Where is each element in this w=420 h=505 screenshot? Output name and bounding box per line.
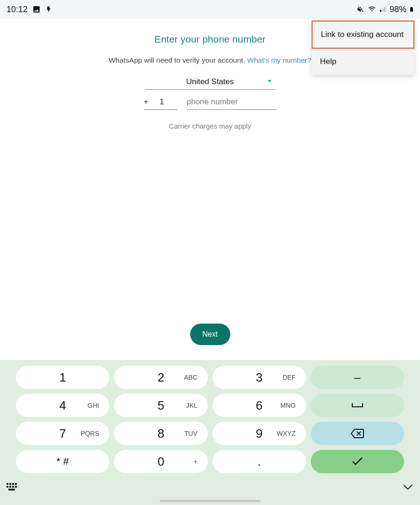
key-minus[interactable]: –: [311, 366, 404, 389]
phone-row: + 1: [144, 97, 277, 110]
country-code-field[interactable]: + 1: [144, 97, 178, 110]
backspace-icon: [350, 428, 364, 439]
key-period[interactable]: .: [213, 450, 306, 473]
next-button[interactable]: Next: [190, 324, 230, 345]
space-icon: [351, 402, 363, 409]
svg-rect-8: [8, 489, 15, 491]
battery-icon: [409, 5, 414, 14]
key-3[interactable]: 3DEF: [213, 366, 306, 389]
key-space[interactable]: [311, 394, 404, 417]
svg-rect-5: [9, 486, 11, 488]
carrier-note: Carrier charges may apply: [169, 122, 251, 130]
key-8[interactable]: 8TUV: [114, 422, 207, 445]
phone-number-field[interactable]: [187, 97, 277, 110]
key-7[interactable]: 7PQRS: [16, 422, 109, 445]
key-9[interactable]: 9WXYZ: [213, 422, 306, 445]
battery-text: 98%: [390, 5, 406, 14]
numeric-keypad: 1 2ABC 3DEF – 4GHI 5JKL 6MNO 7PQRS 8TUV …: [0, 360, 420, 505]
key-1[interactable]: 1: [16, 366, 109, 389]
home-indicator[interactable]: [160, 500, 261, 502]
menu-help[interactable]: Help: [312, 49, 414, 75]
key-5[interactable]: 5JKL: [114, 394, 207, 417]
signal-icon: [379, 6, 387, 13]
chevron-down-icon: [266, 78, 273, 86]
mute-icon: [356, 5, 365, 14]
status-bar: 10:12 98%: [0, 0, 420, 19]
svg-rect-0: [7, 483, 8, 485]
key-star-hash[interactable]: * #: [16, 450, 109, 473]
svg-rect-3: [15, 483, 17, 485]
whats-my-number-link[interactable]: What's my number?: [247, 56, 311, 64]
svg-rect-2: [12, 483, 14, 485]
status-time: 10:12: [7, 5, 28, 14]
keyboard-switch-icon[interactable]: [6, 481, 19, 494]
key-6[interactable]: 6MNO: [213, 394, 306, 417]
status-right: 98%: [356, 5, 414, 14]
svg-rect-7: [15, 486, 17, 488]
status-left: 10:12: [7, 5, 52, 14]
overflow-menu: Link to existing account Help: [312, 21, 414, 75]
country-code: 1: [159, 97, 164, 107]
svg-rect-6: [12, 486, 14, 488]
country-select[interactable]: United States: [145, 74, 275, 90]
image-icon: [32, 5, 41, 14]
flash-icon: [45, 5, 52, 14]
check-icon: [351, 457, 363, 466]
keyboard-hide-icon[interactable]: [401, 481, 414, 494]
plus-sign: +: [144, 97, 149, 107]
key-4[interactable]: 4GHI: [16, 394, 109, 417]
key-2[interactable]: 2ABC: [114, 366, 207, 389]
subtitle-text: WhatsApp will need to verify your accoun…: [109, 56, 247, 64]
key-submit[interactable]: [311, 450, 404, 473]
country-label: United States: [186, 77, 234, 87]
key-backspace[interactable]: [311, 422, 404, 445]
menu-link-existing-account[interactable]: Link to existing account: [312, 21, 414, 49]
phone-input[interactable]: [187, 97, 277, 107]
wifi-icon: [367, 6, 377, 13]
page-title: Enter your phone number: [154, 34, 265, 45]
key-0[interactable]: 0+: [114, 450, 207, 473]
subtitle: WhatsApp will need to verify your accoun…: [109, 56, 312, 65]
svg-rect-4: [7, 486, 8, 488]
svg-rect-1: [9, 483, 11, 485]
